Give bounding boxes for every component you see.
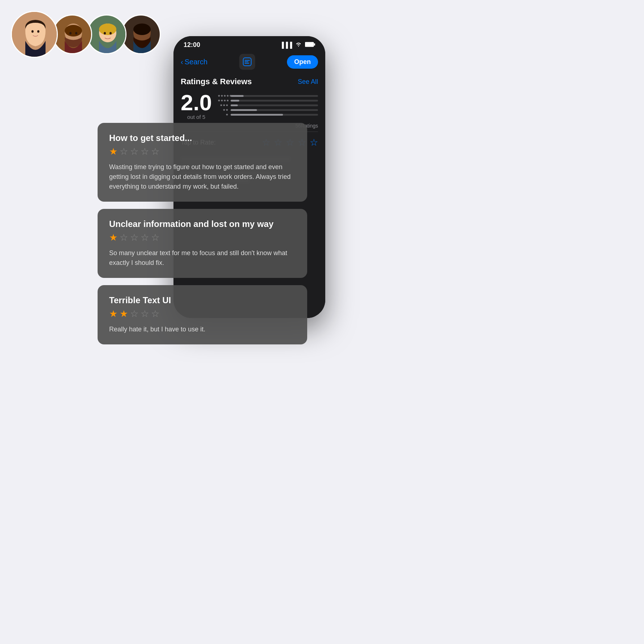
review-text-3: Really hate it, but I have to use it.: [109, 325, 296, 334]
back-label: Search: [185, 58, 207, 66]
svg-point-20: [144, 32, 146, 35]
star-empty-2a: ☆: [120, 232, 128, 243]
svg-rect-25: [245, 61, 248, 62]
review-title-1: How to get started...: [109, 133, 296, 143]
score-display: 2.0 out of 5: [181, 91, 212, 120]
star-empty-1a: ☆: [120, 146, 128, 157]
review-text-2: So many unclear text for me to focus and…: [109, 248, 296, 268]
svg-point-15: [110, 32, 112, 35]
bar-row-4: ★★★★: [218, 99, 318, 102]
bar-row-3: ★★★: [218, 103, 318, 107]
star-filled-3b: ★: [120, 308, 128, 319]
star-filled-1: ★: [109, 146, 117, 157]
wifi-icon: [295, 42, 302, 49]
avatar-3: [87, 14, 126, 54]
review-card-1: How to get started... ★ ☆ ☆ ☆ ☆ Wasting …: [98, 123, 307, 202]
bar-stars-4: ★★★★: [218, 99, 228, 102]
review-cards: How to get started... ★ ☆ ☆ ☆ ☆ Wasting …: [98, 123, 307, 344]
star-bars: ★★★★★ ★★★★ ★★★ ★★ ★: [218, 94, 318, 117]
svg-point-5: [37, 30, 39, 33]
svg-point-8: [65, 25, 82, 37]
svg-rect-24: [245, 60, 250, 61]
star-filled-2: ★: [109, 232, 117, 243]
svg-point-19: [138, 32, 140, 35]
bar-row-5: ★★★★★: [218, 94, 318, 98]
review-text-1: Wasting time trying to figure out how to…: [109, 162, 296, 192]
svg-rect-26: [245, 63, 249, 64]
status-icons: ▐▐▐: [280, 42, 315, 49]
star-empty-2c: ☆: [141, 232, 149, 243]
svg-point-4: [31, 30, 34, 33]
star-empty-1d: ☆: [151, 146, 159, 157]
star-empty-1c: ☆: [141, 146, 149, 157]
review-title-3: Terrible Text UI: [109, 295, 296, 305]
status-time: 12:00: [184, 41, 200, 49]
back-button[interactable]: ‹ Search: [181, 58, 207, 66]
bar-stars-1: ★: [218, 113, 228, 116]
review-card-2: Unclear information and lost on my way ★…: [98, 209, 307, 278]
status-bar: 12:00 ▐▐▐: [173, 36, 325, 51]
star-empty-2b: ☆: [130, 232, 138, 243]
svg-rect-22: [314, 43, 315, 46]
ratings-title: Ratings & Reviews: [181, 77, 252, 86]
see-all-link[interactable]: See All: [298, 78, 318, 86]
avatar-4: [121, 14, 161, 54]
star-empty-3a: ☆: [130, 308, 138, 319]
svg-point-10: [75, 32, 77, 35]
star-empty-3b: ☆: [141, 308, 149, 319]
nav-bar: ‹ Search Open: [173, 51, 325, 73]
open-button[interactable]: Open: [287, 55, 318, 69]
svg-point-9: [69, 32, 72, 35]
review-stars-2: ★ ☆ ☆ ☆ ☆: [109, 232, 296, 243]
chevron-left-icon: ‹: [181, 58, 183, 66]
review-stars-1: ★ ☆ ☆ ☆ ☆: [109, 146, 296, 157]
star-empty-3c: ☆: [151, 308, 159, 319]
star-empty-1b: ☆: [130, 146, 138, 157]
svg-point-14: [104, 32, 106, 35]
avatar-1: [11, 11, 58, 58]
review-title-2: Unclear information and lost on my way: [109, 219, 296, 229]
bar-row-2: ★★: [218, 108, 318, 112]
bar-stars-2: ★★: [218, 108, 228, 112]
rate-star-5[interactable]: ☆: [310, 137, 318, 148]
app-icon: [239, 54, 255, 70]
review-stars-3: ★ ★ ☆ ☆ ☆: [109, 308, 296, 319]
avatar-2: [52, 14, 92, 54]
svg-point-18: [133, 23, 151, 35]
star-filled-3a: ★: [109, 308, 117, 319]
battery-icon: [305, 42, 315, 48]
rating-overview: 2.0 out of 5 ★★★★★ ★★★★ ★★★ ★★: [173, 89, 325, 123]
avatar-cluster: [11, 11, 161, 58]
ratings-header: Ratings & Reviews See All: [173, 73, 325, 89]
bar-stars-3: ★★★: [218, 103, 228, 107]
bar-row-1: ★: [218, 113, 318, 116]
svg-rect-21: [305, 42, 314, 47]
signal-icon: ▐▐▐: [280, 42, 292, 48]
svg-point-13: [99, 23, 116, 35]
star-empty-2d: ☆: [151, 232, 159, 243]
bar-stars-5: ★★★★★: [218, 94, 228, 98]
score-number: 2.0: [181, 91, 212, 114]
review-card-3: Terrible Text UI ★ ★ ☆ ☆ ☆ Really hate i…: [98, 285, 307, 344]
